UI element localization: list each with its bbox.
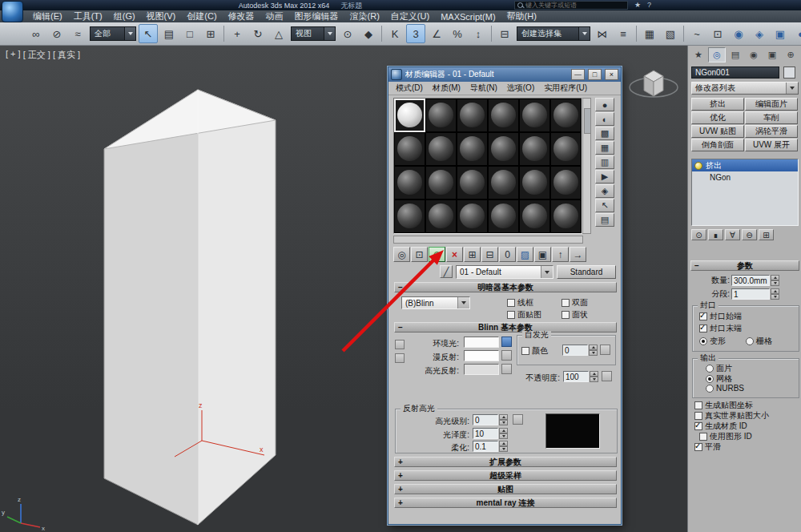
menu-navigation[interactable]: 导航(N) <box>465 83 502 94</box>
material-sample-slot[interactable] <box>488 132 519 166</box>
ngon-prism-object[interactable] <box>104 90 276 525</box>
modifier-button-unwrap-uvw[interactable]: UVW 展开 <box>745 139 798 151</box>
spinner-up-icon[interactable] <box>771 275 779 280</box>
material-sample-slot[interactable] <box>457 200 488 233</box>
lock-ambient-map-icon[interactable] <box>501 337 512 347</box>
reset-map-mtl-icon[interactable]: × <box>446 247 463 262</box>
select-and-move-icon[interactable]: + <box>227 24 247 43</box>
blinn-basic-rollout-header[interactable]: Blinn 基本参数 <box>394 322 617 332</box>
search-box[interactable] <box>514 1 628 10</box>
backlight-icon[interactable]: ◐ <box>595 112 614 126</box>
viewcube[interactable] <box>630 71 678 97</box>
material-editor-titlebar[interactable]: 材质编辑器 - 01 - Default — □ × <box>388 67 621 82</box>
amount-spinner[interactable]: 300.0mm <box>731 275 779 286</box>
faceted-checkbox[interactable]: 面状 <box>562 309 588 320</box>
checkbox-icon[interactable] <box>694 422 702 430</box>
material-sample-slot[interactable] <box>394 200 425 233</box>
soften-spinner[interactable]: 0.1 <box>473 441 508 452</box>
grid-radio[interactable]: 栅格 <box>746 336 772 347</box>
tab-modify-icon[interactable]: ◎ <box>708 47 726 62</box>
modifier-button-edit-patch[interactable]: 编辑面片 <box>745 98 798 111</box>
menu-edit[interactable]: 编辑(E) <box>27 10 68 22</box>
video-color-check-icon[interactable]: ▥ <box>595 155 614 169</box>
self-illum-color-checkbox[interactable]: 颜色 <box>521 345 548 357</box>
minimize-icon[interactable]: — <box>571 69 585 80</box>
modifier-enabled-icon[interactable] <box>694 162 702 170</box>
infocenter-star-icon[interactable]: ★ <box>634 1 641 10</box>
specular-level-map-button[interactable] <box>513 414 523 425</box>
make-unique-icon[interactable]: ∀ <box>725 229 740 240</box>
close-icon[interactable]: × <box>605 69 618 80</box>
search-input[interactable] <box>525 2 618 9</box>
window-crossing-icon[interactable]: ⊞ <box>201 24 220 43</box>
radio-icon[interactable] <box>706 385 714 393</box>
lock-ambient-diffuse-icon[interactable] <box>395 340 405 349</box>
material-sample-slot[interactable] <box>457 99 488 132</box>
spinner-up-icon[interactable] <box>771 288 779 294</box>
object-color-swatch[interactable] <box>783 66 795 79</box>
modifier-stack[interactable]: 挤出 NGon <box>691 159 799 226</box>
specular-level-value[interactable]: 0 <box>473 414 498 425</box>
tab-display-icon[interactable]: ▣ <box>763 47 781 62</box>
checkbox-icon[interactable] <box>699 433 707 441</box>
chevron-down-icon[interactable] <box>541 266 553 278</box>
opacity-value[interactable]: 100 <box>563 371 589 382</box>
mirror-icon[interactable]: ⋈ <box>593 24 612 43</box>
reference-coordinate-dropdown[interactable]: 视图 <box>291 26 336 41</box>
specular-color-swatch[interactable] <box>464 364 499 375</box>
checkbox-icon[interactable] <box>507 311 515 319</box>
infocenter-help-icon[interactable]: ? <box>647 1 651 10</box>
material-sample-slot[interactable] <box>425 200 457 233</box>
checkbox-icon[interactable] <box>694 401 702 409</box>
spinner-down-icon[interactable] <box>499 433 508 439</box>
angle-snap-toggle-icon[interactable]: ∠ <box>427 24 446 43</box>
lock-diffuse-specular-icon[interactable] <box>395 353 405 363</box>
stack-item-extrude[interactable]: 挤出 <box>692 159 798 171</box>
layer-manager-icon[interactable]: ▦ <box>640 24 659 43</box>
morph-radio[interactable]: 变形 <box>699 336 726 347</box>
material-sample-slot[interactable] <box>519 99 550 132</box>
segments-spinner[interactable]: 1 <box>731 288 779 300</box>
patch-radio[interactable]: 面片 <box>706 363 732 374</box>
material-sample-slot[interactable] <box>550 132 582 166</box>
sample-type-icon[interactable]: ● <box>595 98 614 111</box>
generate-material-ids-checkbox[interactable]: 生成材质 ID <box>694 421 747 432</box>
material-sample-slot[interactable] <box>457 166 488 200</box>
menu-graph-editors[interactable]: 图形编辑器 <box>289 10 344 22</box>
percent-snap-toggle-icon[interactable]: % <box>448 24 467 43</box>
app-logo-icon[interactable] <box>2 1 23 22</box>
graphite-modeling-ribbon-icon[interactable]: ▧ <box>661 24 680 43</box>
self-illum-spinner[interactable]: 0 <box>562 345 598 356</box>
menu-group[interactable]: 组(G) <box>108 10 141 22</box>
modifier-button-optimize[interactable]: 优化 <box>691 111 744 124</box>
pin-stack-icon[interactable]: ⊙ <box>691 229 706 240</box>
keyboard-shortcut-override-icon[interactable]: K <box>385 24 405 43</box>
supersampling-rollout[interactable]: 超级采样 <box>394 470 617 481</box>
specular-level-spinner[interactable]: 0 <box>473 414 508 425</box>
smooth-checkbox[interactable]: 平滑 <box>694 441 721 453</box>
menu-tools[interactable]: 工具(T) <box>68 10 108 22</box>
segments-value[interactable]: 1 <box>731 288 770 300</box>
material-sample-slot[interactable] <box>425 166 457 200</box>
modifier-button-bevel-profile[interactable]: 倒角剖面 <box>691 139 744 151</box>
select-and-link-icon[interactable]: ∞ <box>26 24 46 43</box>
material-sample-slot[interactable] <box>425 132 457 166</box>
select-object-icon[interactable]: ↖ <box>139 24 158 43</box>
menu-maxscript[interactable]: MAXScript(M) <box>435 12 501 22</box>
edit-named-selection-sets-icon[interactable]: ⊟ <box>495 24 514 43</box>
spinner-down-icon[interactable] <box>589 350 598 356</box>
modifier-list-dropdown[interactable]: 修改器列表 <box>691 82 799 95</box>
slots-vertical-scrollbar[interactable] <box>582 98 591 234</box>
unlink-selection-icon[interactable]: ⊘ <box>47 24 66 43</box>
modifier-button-uvw-map[interactable]: UVW 贴图 <box>691 125 744 138</box>
menu-rendering[interactable]: 渲染(R) <box>344 10 385 22</box>
glossiness-spinner[interactable]: 10 <box>473 428 508 439</box>
opacity-map-button[interactable] <box>602 371 612 381</box>
remove-modifier-icon[interactable]: ⊖ <box>742 229 757 240</box>
spinner-down-icon[interactable] <box>590 377 598 382</box>
tab-create-icon[interactable]: ★ <box>690 47 707 62</box>
select-and-manipulate-icon[interactable]: ◆ <box>359 24 378 43</box>
sample-uv-tiling-icon[interactable]: ▦ <box>595 141 614 155</box>
go-forward-to-sibling-icon[interactable]: → <box>570 247 586 262</box>
wire-checkbox[interactable]: 线框 <box>507 297 533 308</box>
